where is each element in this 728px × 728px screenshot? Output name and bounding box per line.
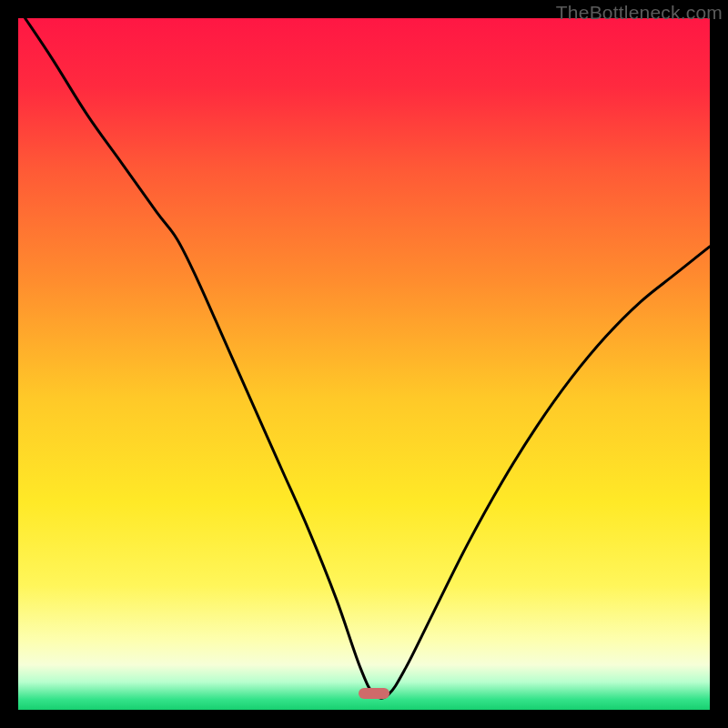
bottleneck-curve — [18, 18, 710, 710]
chart-frame: TheBottleneck.com — [0, 0, 728, 728]
optimal-marker — [359, 688, 389, 699]
plot-area — [18, 18, 710, 710]
watermark-text: TheBottleneck.com — [556, 2, 723, 24]
